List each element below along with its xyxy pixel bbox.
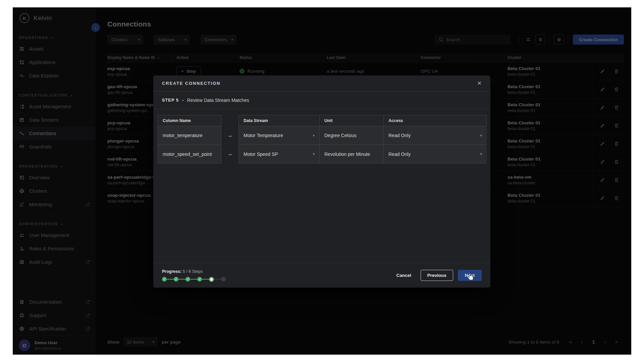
- next-button-label: Next: [465, 273, 475, 278]
- chevron-down-icon: ▾: [480, 152, 482, 156]
- column-name-header: Column Name: [158, 115, 221, 126]
- match-arrows-column: → →: [221, 115, 238, 163]
- modal-footer: Progress: 5 / 6 Steps ✓ ✓ ✓ ✓: [153, 263, 490, 288]
- previous-button[interactable]: Previous: [421, 270, 453, 281]
- modal-footer-buttons: Cancel Previous Next: [391, 270, 482, 281]
- data-stream-header: Data Stream: [239, 115, 320, 126]
- step-done-icon: ✓: [197, 277, 202, 282]
- data-stream-select[interactable]: Motor Temperature ▾: [244, 133, 315, 138]
- modal-close-button[interactable]: ✕: [477, 80, 482, 86]
- access-header: Access: [384, 115, 487, 126]
- step-title: Review Data Stream Matches: [187, 98, 249, 103]
- data-stream-value: Motor Speed SP: [244, 152, 278, 157]
- unit-cell: Degree Celsius: [320, 126, 384, 145]
- arrow-right-icon: →: [221, 144, 238, 163]
- chevron-down-icon: ▾: [480, 133, 482, 138]
- data-stream-cell: Motor Speed SP ▾: [239, 145, 320, 163]
- chevron-down-icon: ▾: [313, 152, 315, 156]
- chevron-down-icon: ▾: [313, 133, 315, 138]
- progress-text: Progress: 5 / 6 Steps: [162, 269, 226, 274]
- data-stream-select[interactable]: Motor Speed SP ▾: [244, 152, 315, 157]
- column-name-cell: motor_temperature: [158, 126, 221, 145]
- cancel-button[interactable]: Cancel: [391, 270, 416, 281]
- progress-steps: 5 / 6 Steps: [183, 269, 203, 274]
- step-done-icon: ✓: [185, 277, 190, 282]
- access-value: Read Only: [388, 133, 411, 138]
- modal-header: CREATE CONNECTION ✕: [153, 75, 490, 92]
- step-connector: [190, 279, 197, 280]
- modal-step-row: STEP 5 • Review Data Stream Matches: [153, 92, 490, 109]
- create-connection-modal: CREATE CONNECTION ✕ STEP 5 • Review Data…: [153, 75, 490, 288]
- access-select[interactable]: Read Only ▾: [388, 133, 482, 138]
- access-cell: Read Only ▾: [384, 126, 487, 145]
- step-connector: [178, 279, 185, 280]
- step-connector: [202, 279, 209, 280]
- unit-header: Unit: [320, 115, 384, 126]
- data-stream-cell: Motor Temperature ▾: [239, 126, 320, 145]
- access-cell: Read Only ▾: [384, 145, 487, 163]
- modal-title: CREATE CONNECTION: [162, 81, 220, 86]
- access-value: Read Only: [388, 152, 411, 157]
- app-window: K Kelvin OPERATIONS ⌄ Assets Application…: [13, 7, 631, 355]
- arrow-header-gap: [221, 115, 238, 126]
- column-name-cell: motor_speed_set_point: [158, 145, 221, 163]
- data-stream-value: Motor Temperature: [244, 133, 283, 138]
- modal-body: Column Name motor_temperature motor_spee…: [153, 109, 490, 263]
- progress-block: Progress: 5 / 6 Steps ✓ ✓ ✓ ✓: [162, 269, 226, 282]
- step-connector: [167, 279, 174, 280]
- progress-stepper: ✓ ✓ ✓ ✓: [162, 277, 226, 282]
- step-done-icon: ✓: [174, 277, 178, 282]
- bullet-icon: •: [182, 98, 184, 103]
- unit-cell: Revolution per Minute: [320, 145, 384, 163]
- step-label: STEP 5: [162, 98, 179, 103]
- match-table: Data Stream Unit Access Motor Temperatur…: [238, 115, 486, 164]
- progress-label: Progress:: [162, 269, 181, 274]
- step-done-icon: ✓: [162, 277, 167, 282]
- access-select[interactable]: Read Only ▾: [388, 152, 482, 157]
- step-connector: [214, 279, 221, 280]
- column-name-table: Column Name motor_temperature motor_spee…: [158, 115, 221, 164]
- step-current-icon: [209, 277, 214, 282]
- step-todo-icon: [221, 277, 226, 282]
- close-icon: ✕: [477, 80, 482, 86]
- arrow-right-icon: →: [221, 126, 238, 144]
- next-button[interactable]: Next: [458, 270, 482, 281]
